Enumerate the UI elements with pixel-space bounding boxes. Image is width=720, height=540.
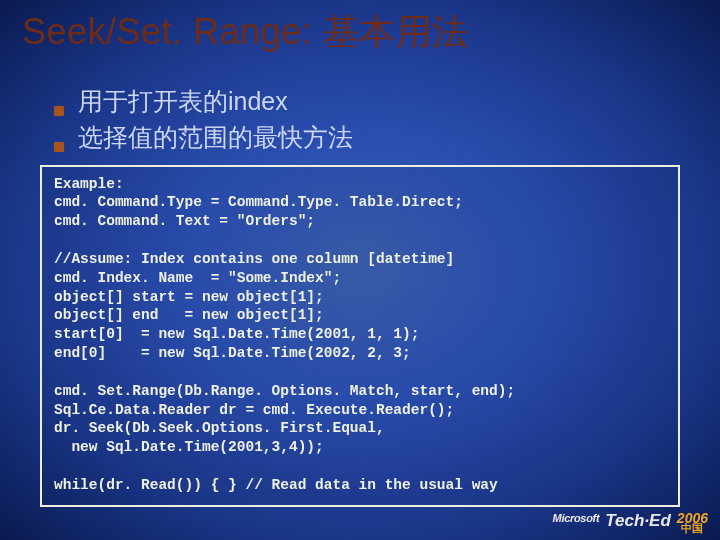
- slide-title: Seek/Set. Range: 基本用法: [22, 8, 698, 57]
- bullet-text: 用于打开表的index: [78, 85, 288, 119]
- year-badge: 2006 中国: [677, 512, 708, 534]
- region-text: 中国: [681, 524, 703, 534]
- footer-brand: Microsoft Tech·Ed 2006 中国: [553, 512, 708, 534]
- bullet-list: 用于打开表的index 选择值的范围的最快方法: [54, 85, 698, 155]
- teched-logo: Tech·Ed: [605, 511, 671, 531]
- slide-container: Seek/Set. Range: 基本用法 用于打开表的index 选择值的范围…: [0, 0, 720, 507]
- microsoft-logo: Microsoft: [553, 512, 600, 524]
- code-example-box: Example: cmd. Command.Type = Command.Typ…: [40, 165, 680, 507]
- list-item: 用于打开表的index: [54, 85, 698, 119]
- bullet-icon: [54, 106, 64, 116]
- bullet-text: 选择值的范围的最快方法: [78, 121, 353, 155]
- list-item: 选择值的范围的最快方法: [54, 121, 698, 155]
- bullet-icon: [54, 142, 64, 152]
